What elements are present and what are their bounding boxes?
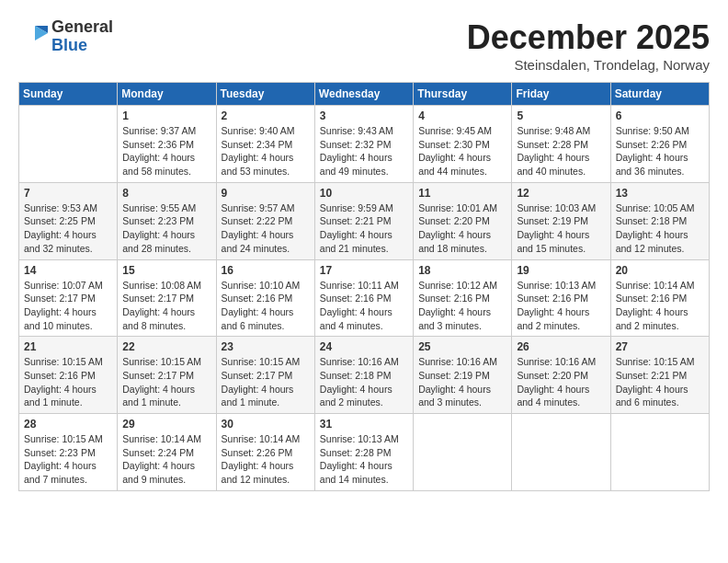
day-info: Sunrise: 10:10 AM Sunset: 2:16 PM Daylig… bbox=[222, 279, 310, 333]
calendar-day-24: 24Sunrise: 10:16 AM Sunset: 2:18 PM Dayl… bbox=[314, 337, 413, 414]
day-number: 12 bbox=[517, 187, 605, 200]
day-number: 29 bbox=[122, 418, 210, 431]
calendar-day-13: 13Sunrise: 10:05 AM Sunset: 2:18 PM Dayl… bbox=[610, 182, 709, 259]
calendar-week-row: 21Sunrise: 10:15 AM Sunset: 2:16 PM Dayl… bbox=[19, 337, 710, 414]
day-info: Sunrise: 10:14 AM Sunset: 2:24 PM Daylig… bbox=[122, 432, 210, 487]
calendar-day-16: 16Sunrise: 10:10 AM Sunset: 2:16 PM Dayl… bbox=[216, 259, 314, 337]
day-info: Sunrise: 9:59 AM Sunset: 2:21 PM Dayligh… bbox=[320, 201, 408, 256]
day-info: Sunrise: 10:05 AM Sunset: 2:18 PM Daylig… bbox=[616, 201, 704, 256]
day-info: Sunrise: 10:16 AM Sunset: 2:18 PM Daylig… bbox=[320, 355, 408, 409]
day-number: 8 bbox=[122, 187, 210, 200]
calendar-day-15: 15Sunrise: 10:08 AM Sunset: 2:17 PM Dayl… bbox=[118, 259, 216, 337]
day-info: Sunrise: 10:08 AM Sunset: 2:17 PM Daylig… bbox=[122, 279, 210, 333]
calendar-day-17: 17Sunrise: 10:11 AM Sunset: 2:16 PM Dayl… bbox=[314, 259, 413, 337]
calendar-day-2: 2Sunrise: 9:40 AM Sunset: 2:34 PM Daylig… bbox=[216, 106, 314, 183]
month-title: December 2025 bbox=[467, 18, 710, 57]
calendar-empty-cell bbox=[19, 106, 118, 183]
day-info: Sunrise: 10:03 AM Sunset: 2:19 PM Daylig… bbox=[517, 201, 605, 256]
calendar-day-9: 9Sunrise: 9:57 AM Sunset: 2:22 PM Daylig… bbox=[216, 182, 314, 259]
day-info: Sunrise: 10:15 AM Sunset: 2:17 PM Daylig… bbox=[222, 355, 310, 409]
day-info: Sunrise: 10:13 AM Sunset: 2:16 PM Daylig… bbox=[517, 279, 605, 333]
calendar-day-26: 26Sunrise: 10:16 AM Sunset: 2:20 PM Dayl… bbox=[512, 337, 610, 414]
calendar-day-28: 28Sunrise: 10:15 AM Sunset: 2:23 PM Dayl… bbox=[19, 414, 118, 491]
day-header-saturday: Saturday bbox=[610, 83, 709, 106]
day-number: 6 bbox=[616, 109, 704, 122]
day-info: Sunrise: 9:43 AM Sunset: 2:32 PM Dayligh… bbox=[320, 124, 408, 178]
day-info: Sunrise: 10:07 AM Sunset: 2:17 PM Daylig… bbox=[24, 279, 112, 333]
calendar-week-row: 7Sunrise: 9:53 AM Sunset: 2:25 PM Daylig… bbox=[19, 182, 710, 259]
day-number: 13 bbox=[616, 187, 704, 200]
day-header-monday: Monday bbox=[118, 83, 216, 106]
calendar-day-27: 27Sunrise: 10:15 AM Sunset: 2:21 PM Dayl… bbox=[610, 337, 709, 414]
day-header-thursday: Thursday bbox=[414, 83, 512, 106]
calendar-day-12: 12Sunrise: 10:03 AM Sunset: 2:19 PM Dayl… bbox=[512, 182, 610, 259]
day-number: 28 bbox=[24, 418, 112, 431]
day-number: 19 bbox=[517, 264, 605, 277]
calendar-week-row: 28Sunrise: 10:15 AM Sunset: 2:23 PM Dayl… bbox=[19, 414, 710, 491]
day-number: 7 bbox=[24, 187, 112, 200]
day-number: 3 bbox=[320, 109, 408, 122]
day-info: Sunrise: 10:11 AM Sunset: 2:16 PM Daylig… bbox=[320, 279, 408, 333]
day-number: 9 bbox=[222, 187, 310, 200]
day-info: Sunrise: 9:48 AM Sunset: 2:28 PM Dayligh… bbox=[517, 124, 605, 178]
title-block: December 2025 Steinsdalen, Trondelag, No… bbox=[467, 18, 710, 73]
day-info: Sunrise: 9:50 AM Sunset: 2:26 PM Dayligh… bbox=[616, 124, 704, 178]
day-header-friday: Friday bbox=[512, 83, 610, 106]
day-info: Sunrise: 9:37 AM Sunset: 2:36 PM Dayligh… bbox=[122, 124, 210, 178]
day-number: 10 bbox=[320, 187, 408, 200]
logo-general-text: General bbox=[51, 18, 113, 37]
calendar-body: 1Sunrise: 9:37 AM Sunset: 2:36 PM Daylig… bbox=[19, 106, 710, 491]
day-number: 31 bbox=[320, 418, 408, 431]
day-header-tuesday: Tuesday bbox=[216, 83, 314, 106]
calendar-day-11: 11Sunrise: 10:01 AM Sunset: 2:20 PM Dayl… bbox=[414, 182, 512, 259]
page-header: General Blue December 2025 Steinsdalen, … bbox=[18, 18, 710, 73]
day-number: 15 bbox=[122, 264, 210, 277]
calendar-day-14: 14Sunrise: 10:07 AM Sunset: 2:17 PM Dayl… bbox=[19, 259, 118, 337]
day-number: 30 bbox=[222, 418, 310, 431]
calendar-day-25: 25Sunrise: 10:16 AM Sunset: 2:19 PM Dayl… bbox=[414, 337, 512, 414]
day-info: Sunrise: 9:57 AM Sunset: 2:22 PM Dayligh… bbox=[222, 201, 310, 256]
calendar-day-21: 21Sunrise: 10:15 AM Sunset: 2:16 PM Dayl… bbox=[19, 337, 118, 414]
day-number: 11 bbox=[418, 187, 506, 200]
calendar-day-10: 10Sunrise: 9:59 AM Sunset: 2:21 PM Dayli… bbox=[314, 182, 413, 259]
calendar-day-30: 30Sunrise: 10:14 AM Sunset: 2:26 PM Dayl… bbox=[216, 414, 314, 491]
day-number: 14 bbox=[24, 264, 112, 277]
calendar-day-22: 22Sunrise: 10:15 AM Sunset: 2:17 PM Dayl… bbox=[118, 337, 216, 414]
calendar-day-5: 5Sunrise: 9:48 AM Sunset: 2:28 PM Daylig… bbox=[512, 106, 610, 183]
day-number: 26 bbox=[517, 340, 605, 353]
calendar-day-29: 29Sunrise: 10:14 AM Sunset: 2:24 PM Dayl… bbox=[118, 414, 216, 491]
location: Steinsdalen, Trondelag, Norway bbox=[467, 57, 710, 73]
day-info: Sunrise: 10:15 AM Sunset: 2:21 PM Daylig… bbox=[616, 355, 704, 409]
calendar-day-18: 18Sunrise: 10:12 AM Sunset: 2:16 PM Dayl… bbox=[414, 259, 512, 337]
logo: General Blue bbox=[18, 18, 113, 55]
day-info: Sunrise: 9:53 AM Sunset: 2:25 PM Dayligh… bbox=[24, 201, 112, 256]
calendar-week-row: 14Sunrise: 10:07 AM Sunset: 2:17 PM Dayl… bbox=[19, 259, 710, 337]
day-number: 16 bbox=[222, 264, 310, 277]
calendar-table: SundayMondayTuesdayWednesdayThursdayFrid… bbox=[18, 82, 710, 491]
calendar-day-3: 3Sunrise: 9:43 AM Sunset: 2:32 PM Daylig… bbox=[314, 106, 413, 183]
calendar-day-7: 7Sunrise: 9:53 AM Sunset: 2:25 PM Daylig… bbox=[19, 182, 118, 259]
calendar-day-23: 23Sunrise: 10:15 AM Sunset: 2:17 PM Dayl… bbox=[216, 337, 314, 414]
day-info: Sunrise: 10:01 AM Sunset: 2:20 PM Daylig… bbox=[418, 201, 506, 256]
day-number: 23 bbox=[222, 340, 310, 353]
calendar-day-1: 1Sunrise: 9:37 AM Sunset: 2:36 PM Daylig… bbox=[118, 106, 216, 183]
day-number: 21 bbox=[24, 340, 112, 353]
calendar-empty-cell bbox=[512, 414, 610, 491]
day-number: 25 bbox=[418, 340, 506, 353]
calendar-header-row: SundayMondayTuesdayWednesdayThursdayFrid… bbox=[19, 83, 710, 106]
day-number: 22 bbox=[122, 340, 210, 353]
day-number: 18 bbox=[418, 264, 506, 277]
calendar-day-31: 31Sunrise: 10:13 AM Sunset: 2:28 PM Dayl… bbox=[314, 414, 413, 491]
calendar-week-row: 1Sunrise: 9:37 AM Sunset: 2:36 PM Daylig… bbox=[19, 106, 710, 183]
day-number: 24 bbox=[320, 340, 408, 353]
day-header-sunday: Sunday bbox=[19, 83, 118, 106]
day-info: Sunrise: 10:12 AM Sunset: 2:16 PM Daylig… bbox=[418, 279, 506, 333]
day-number: 5 bbox=[517, 109, 605, 122]
logo-blue-text: Blue bbox=[51, 37, 113, 55]
day-info: Sunrise: 9:40 AM Sunset: 2:34 PM Dayligh… bbox=[222, 124, 310, 178]
day-info: Sunrise: 10:16 AM Sunset: 2:19 PM Daylig… bbox=[418, 355, 506, 409]
calendar-empty-cell bbox=[610, 414, 709, 491]
day-number: 4 bbox=[418, 109, 506, 122]
day-info: Sunrise: 10:15 AM Sunset: 2:16 PM Daylig… bbox=[24, 355, 112, 409]
calendar-day-19: 19Sunrise: 10:13 AM Sunset: 2:16 PM Dayl… bbox=[512, 259, 610, 337]
